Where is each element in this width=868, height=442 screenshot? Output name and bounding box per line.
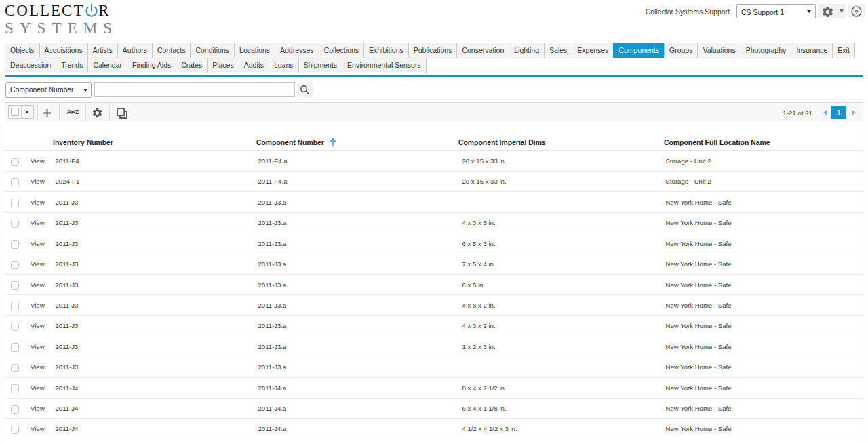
- svg-text:?: ?: [854, 7, 859, 15]
